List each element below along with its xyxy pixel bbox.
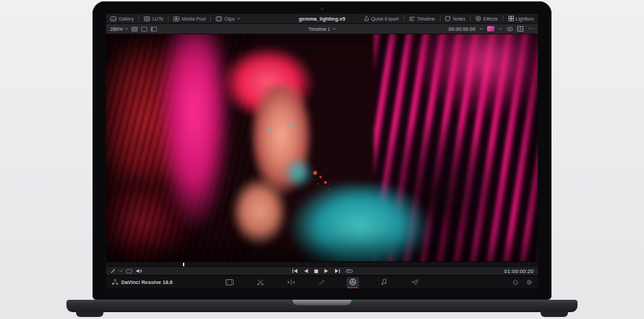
lightbox-label: Lightbox	[516, 16, 534, 21]
edit-page-icon	[287, 279, 295, 285]
toolbar-divider	[503, 16, 504, 21]
lid-open-notch	[293, 300, 351, 305]
lightbox-button[interactable]: Lightbox	[508, 16, 534, 21]
photo-pink-hair	[210, 39, 326, 130]
transport-bar: 01:00:00:20	[106, 266, 538, 275]
webcam-dot	[321, 8, 323, 10]
viewer-zoom-dropdown[interactable]: 289%	[110, 27, 128, 32]
luts-label: LUTs	[152, 16, 163, 21]
page-background: Gallery LUTs Media Pool	[0, 0, 644, 319]
viewer-bypass-toggle-icon[interactable]	[141, 27, 147, 32]
photo-right-eye	[290, 125, 294, 127]
loop-playback-button[interactable]	[346, 268, 353, 274]
quick-export-icon	[364, 16, 369, 21]
laptop-foot-right	[541, 311, 568, 317]
davinci-resolve-window: Gallery LUTs Media Pool	[106, 14, 538, 288]
effects-button[interactable]: Effects	[475, 16, 497, 21]
notes-label: Notes	[453, 16, 465, 21]
color-page-button[interactable]	[347, 277, 359, 287]
clips-label: Clips	[224, 16, 235, 21]
gallery-label: Gallery	[119, 16, 134, 21]
fairlight-page-icon	[381, 279, 387, 285]
photo-hand	[227, 175, 292, 257]
laptop-foot-left	[76, 311, 103, 317]
photo-magenta-fur-band	[153, 34, 236, 261]
fusion-page-icon	[319, 279, 325, 285]
next-clip-button[interactable]	[334, 268, 340, 274]
deliver-page-button[interactable]	[408, 277, 421, 287]
photo-face	[245, 84, 318, 221]
color-wheels-icon[interactable]	[506, 26, 513, 32]
media-page-button[interactable]	[223, 277, 236, 287]
photo-fur-streaks-left	[106, 34, 253, 261]
fusion-page-button[interactable]	[316, 277, 328, 287]
clips-button[interactable]: Clips	[216, 16, 240, 21]
status-bar: DaVinci Resolve 18.6	[106, 275, 538, 288]
effects-label: Effects	[483, 16, 497, 21]
fairlight-page-button[interactable]	[377, 277, 390, 287]
cut-page-button[interactable]	[254, 277, 267, 287]
viewer-toolbar-left-group: 289%	[110, 27, 157, 32]
effects-icon	[475, 16, 481, 21]
photo-dark-shadow-right	[356, 102, 503, 261]
toolbar-divider	[404, 16, 404, 21]
photo-vignette	[106, 34, 538, 261]
chevron-down-icon	[499, 27, 502, 30]
viewer-mode-toggle-icon[interactable]	[132, 27, 138, 32]
notes-button[interactable]: Notes	[445, 16, 465, 21]
photo-pink-fur-top-right	[391, 34, 538, 152]
quick-export-button[interactable]: Quick Export	[364, 16, 399, 21]
previous-clip-button[interactable]	[292, 268, 298, 274]
toolbar-divider	[210, 16, 211, 21]
viewer-wipe-toggle-icon[interactable]	[151, 27, 157, 32]
viewer-toolbar-right-group: 00:00:00:00 ⋯	[449, 26, 534, 32]
toolbar-divider	[168, 16, 169, 21]
viewer-scrub-bar[interactable]	[106, 261, 538, 266]
media-pool-icon	[173, 16, 179, 21]
split-screen-icon[interactable]	[517, 26, 523, 32]
chevron-down-icon	[480, 27, 483, 30]
top-toolbar: Gallery LUTs Media Pool	[106, 14, 538, 24]
photo-red-chain-jewelry	[313, 171, 317, 175]
photo-left-eye	[268, 128, 272, 130]
stop-button[interactable]	[314, 269, 319, 274]
timeline-label: Timeline	[417, 16, 435, 21]
photo-red-fur-left	[106, 34, 236, 261]
top-toolbar-left-group: Gallery LUTs Media Pool	[110, 16, 240, 21]
lightbox-icon	[508, 16, 514, 21]
photo-dark-red-fur-bottom-left	[106, 159, 219, 261]
viewer-image	[106, 34, 538, 261]
clips-icon	[216, 16, 222, 21]
chevron-down-icon	[125, 27, 128, 30]
toolbar-divider	[470, 16, 471, 21]
viewer-zoom-value: 289%	[110, 27, 123, 32]
edit-page-button[interactable]	[285, 277, 297, 287]
luts-button[interactable]: LUTs	[144, 16, 163, 21]
timeline-selector-label: Timeline 1	[308, 27, 330, 32]
overflow-menu-icon[interactable]: ⋯	[528, 27, 534, 31]
media-pool-button[interactable]: Media Pool	[173, 16, 206, 21]
luts-icon	[144, 16, 150, 21]
laptop-screen-bezel: Gallery LUTs Media Pool	[92, 1, 552, 300]
page-switcher	[106, 277, 538, 287]
photo-teal-sweater	[288, 184, 447, 261]
chevron-down-icon	[237, 17, 240, 20]
gallery-icon	[110, 16, 116, 21]
cut-page-icon	[257, 279, 264, 285]
photo-pink-black-fur-right	[374, 34, 538, 261]
notes-icon	[445, 16, 451, 21]
color-page-icon	[349, 279, 356, 285]
timeline-icon	[409, 16, 415, 21]
photo-teal-accent	[279, 152, 318, 193]
toolbar-divider	[440, 16, 441, 21]
media-page-icon	[225, 279, 234, 285]
still-thumbnail-icon[interactable]	[487, 26, 495, 32]
timeline-button[interactable]: Timeline	[409, 16, 435, 21]
gallery-button[interactable]: Gallery	[110, 16, 134, 21]
deliver-page-icon	[411, 279, 419, 285]
play-forward-button[interactable]	[324, 268, 329, 274]
viewer-toolbar: 289% Timeline 1 00:00:00:00	[106, 24, 538, 34]
top-toolbar-right-group: Quick Export Timeline Notes	[364, 16, 534, 21]
quick-export-label: Quick Export	[371, 16, 399, 21]
play-reverse-button[interactable]	[304, 268, 308, 274]
